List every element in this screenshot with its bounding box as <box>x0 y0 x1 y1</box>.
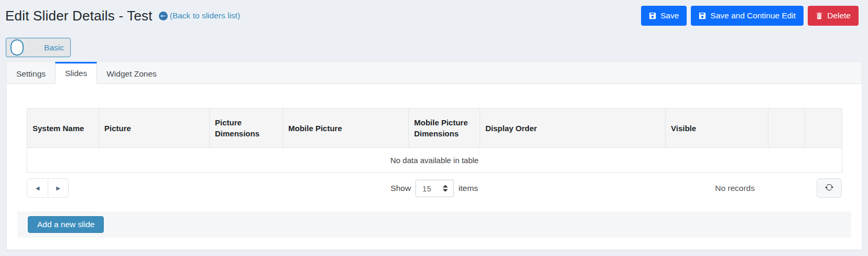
col-header-delete <box>805 109 842 148</box>
add-new-slide-button[interactable]: Add a new slide <box>28 216 104 233</box>
col-header-system-name: System Name <box>27 109 99 148</box>
pager-right-zone: No records <box>715 178 842 198</box>
col-header-visible: Visible <box>666 109 768 148</box>
floppy-icon <box>649 12 656 19</box>
page-size-select[interactable]: 15 <box>416 179 454 197</box>
select-updown-icon <box>443 185 448 191</box>
page-size-zone: Show 15 items <box>390 179 478 197</box>
col-header-picture-dimensions: Picture Dimensions <box>210 109 283 148</box>
pagination-button-group: ◀ ▶ <box>27 178 69 198</box>
items-label: items <box>459 184 478 193</box>
col-header-picture: Picture <box>99 109 210 148</box>
save-button[interactable]: Save <box>641 6 687 26</box>
toggle-label: Basic <box>44 43 70 52</box>
table-header-row: System Name Picture Picture Dimensions M… <box>27 109 842 148</box>
slides-table-zone: System Name Picture Picture Dimensions M… <box>27 108 842 173</box>
refresh-icon <box>825 183 833 194</box>
back-link-label: (Back to sliders list) <box>170 11 240 20</box>
tab-widget-zones[interactable]: Widget Zones <box>97 62 166 84</box>
next-page-button[interactable]: ▶ <box>48 179 68 197</box>
tab-bar: Settings Slides Widget Zones <box>7 62 862 84</box>
save-and-continue-label: Save and Continue Edit <box>710 11 796 20</box>
refresh-button[interactable] <box>817 178 842 198</box>
tab-settings[interactable]: Settings <box>7 62 55 84</box>
trash-icon <box>816 12 823 19</box>
header-buttons: Save Save and Continue Edit Delete <box>641 6 859 26</box>
back-arrow-circle-icon: ← <box>159 12 168 20</box>
save-button-label: Save <box>660 11 679 20</box>
save-and-continue-button[interactable]: Save and Continue Edit <box>691 6 804 26</box>
slider-details-card: Settings Slides Widget Zones System Name <box>6 61 862 250</box>
tab-slides[interactable]: Slides <box>55 62 97 84</box>
basic-advanced-mode-toggle[interactable]: Basic <box>6 38 71 57</box>
empty-data-row: No data available in table <box>27 148 842 173</box>
col-header-edit <box>768 109 805 148</box>
floppy-icon <box>699 12 706 19</box>
delete-button[interactable]: Delete <box>808 6 859 26</box>
page-size-value: 15 <box>416 184 443 193</box>
pagination-row: ◀ ▶ Show 15 items No records <box>27 178 842 198</box>
toggle-knob <box>10 39 24 56</box>
card-footer-strip: Add a new slide <box>17 211 851 238</box>
slides-tab-panel: System Name Picture Picture Dimensions M… <box>7 108 862 250</box>
records-status: No records <box>715 184 755 193</box>
show-label: Show <box>390 184 411 193</box>
col-header-display-order: Display Order <box>480 109 666 148</box>
slides-table: System Name Picture Picture Dimensions M… <box>27 108 842 173</box>
page-title: Edit Slider Details - Test <box>5 8 153 24</box>
col-header-mobile-picture-dimensions: Mobile Picture Dimensions <box>409 109 480 148</box>
content-header: Edit Slider Details - Test ← (Back to sl… <box>0 0 868 26</box>
title-wrap: Edit Slider Details - Test ← (Back to sl… <box>5 8 240 24</box>
previous-page-button[interactable]: ◀ <box>27 179 48 197</box>
empty-table-message: No data available in table <box>27 148 842 173</box>
col-header-mobile-picture: Mobile Picture <box>283 109 409 148</box>
delete-button-label: Delete <box>827 11 851 20</box>
back-to-sliders-link[interactable]: ← (Back to sliders list) <box>159 11 240 20</box>
edit-slider-page: Edit Slider Details - Test ← (Back to sl… <box>0 0 868 256</box>
